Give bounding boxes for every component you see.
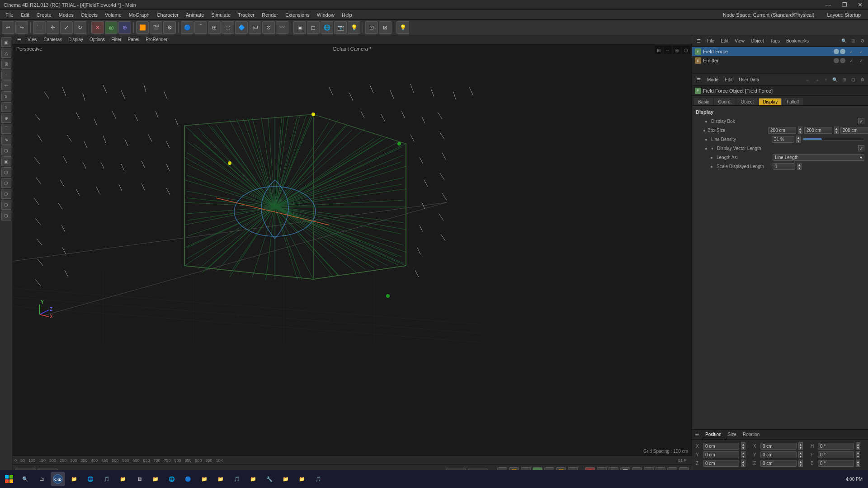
vp-menu-hamburger[interactable]: ☰ — [14, 37, 24, 42]
tool-circle[interactable]: ⬡ — [1, 211, 11, 221]
menu-volume[interactable]: Volume — [101, 11, 125, 19]
tool-poly-2[interactable]: ⬡ — [1, 145, 11, 155]
taskbar-app14[interactable]: 🎵 — [311, 472, 326, 486]
tool-hex-5[interactable]: ⬡ — [1, 200, 11, 210]
menu-create[interactable]: Create — [33, 11, 55, 19]
position-y-input[interactable] — [703, 451, 739, 458]
pos-y-up[interactable]: ▲ — [741, 451, 745, 455]
sky-button[interactable]: ◻ — [307, 21, 320, 34]
taskbar-app7[interactable]: 📁 — [197, 472, 212, 486]
obj-mgr-bookmarks[interactable]: Bookmarks — [783, 38, 811, 44]
vp-icon-1[interactable]: ⊞ — [655, 46, 663, 54]
tool-curve[interactable]: ⌒ — [1, 124, 11, 134]
menu-window[interactable]: Window — [313, 11, 338, 19]
menu-animate[interactable]: Animate — [182, 11, 208, 19]
box-size-x-down[interactable]: ▼ — [798, 130, 802, 134]
rotation-b-input[interactable] — [818, 460, 854, 467]
display-box-toggle[interactable]: ● — [703, 118, 709, 124]
taskbar-app8[interactable]: 📁 — [213, 472, 228, 486]
scale-length-input[interactable] — [773, 163, 795, 170]
props-icon-1[interactable]: 🔍 — [831, 76, 839, 84]
obj-mgr-filter[interactable]: ⊞ — [849, 37, 857, 45]
redo-button[interactable]: ↪ — [15, 21, 28, 34]
pos-y-down[interactable]: ▼ — [741, 455, 745, 458]
menu-render[interactable]: Render — [258, 11, 282, 19]
tool-camera[interactable]: ⊕ — [1, 113, 11, 123]
taskbar-app12[interactable]: 📁 — [278, 472, 293, 486]
tool-hex-3[interactable]: ⬡ — [1, 178, 11, 188]
tab-coord[interactable]: Coord. — [714, 98, 736, 105]
spline-button[interactable]: ⌒ — [194, 21, 207, 34]
vp-menu-cameras[interactable]: Cameras — [41, 37, 65, 42]
taskbar-app4[interactable]: 📁 — [148, 472, 163, 486]
vp-menu-display[interactable]: Display — [66, 37, 86, 42]
live-selection-button[interactable]: ⬛ — [33, 21, 46, 34]
taskbar-taskview[interactable]: 🗂 — [34, 472, 49, 486]
menu-file[interactable]: File — [2, 11, 17, 19]
rot-b-down[interactable]: ▼ — [856, 463, 860, 467]
rot-b-up[interactable]: ▲ — [856, 460, 860, 463]
pos-z-down[interactable]: ▼ — [741, 463, 745, 467]
tab-object[interactable]: Object — [736, 98, 758, 105]
viewport[interactable]: Z X Y Perspective Default Camera * Grid … — [13, 44, 692, 455]
rotation-p-input[interactable] — [818, 451, 854, 458]
taskbar-explorer[interactable]: 📁 — [67, 472, 81, 486]
taskbar-app6[interactable]: 🔵 — [181, 472, 195, 486]
field-force-vis-render[interactable] — [840, 49, 845, 54]
length-as-dropdown[interactable]: Line Length ▾ — [773, 154, 864, 161]
scale-length-up[interactable]: ▲ — [797, 163, 802, 166]
emitter-check-1[interactable]: ✓ — [847, 56, 855, 65]
emitter-check-2[interactable]: ✓ — [857, 56, 865, 65]
tool-paint[interactable]: ✏ — [1, 80, 11, 90]
effector-button[interactable]: ⊙ — [262, 21, 275, 34]
obj-mgr-search[interactable]: 🔍 — [840, 37, 848, 45]
menu-objects[interactable]: Objects — [77, 11, 101, 19]
menu-simulate[interactable]: Simulate — [208, 11, 234, 19]
line-density-toggle[interactable]: ● — [703, 136, 709, 142]
attr-tab-size[interactable]: Size — [725, 431, 739, 438]
taskbar-app5[interactable]: 🌐 — [165, 472, 179, 486]
world-axis-button[interactable]: ◎ — [105, 21, 118, 34]
emitter-vis-render[interactable] — [840, 58, 845, 63]
scale-length-down[interactable]: ▼ — [797, 166, 802, 170]
tab-display[interactable]: Display — [759, 98, 782, 105]
box-size-x-up[interactable]: ▲ — [798, 127, 802, 130]
taskbar-app13[interactable]: 📁 — [295, 472, 309, 486]
box-size-toggle[interactable]: ● — [703, 127, 706, 133]
size-z-down[interactable]: ▼ — [798, 463, 803, 467]
menu-help[interactable]: Help — [338, 11, 356, 19]
size-z-up[interactable]: ▲ — [798, 460, 803, 463]
vp-menu-panel[interactable]: Panel — [125, 37, 142, 42]
box-size-y-up[interactable]: ▲ — [834, 127, 839, 130]
display-box-checkbox[interactable] — [858, 118, 864, 124]
taskbar-c4d[interactable]: C4D — [51, 472, 65, 486]
box-size-y-down[interactable]: ▼ — [834, 130, 839, 134]
obj-mgr-hamburger[interactable]: ☰ — [694, 38, 703, 44]
props-icon-4[interactable]: ⚙ — [858, 76, 866, 84]
taskbar-app2[interactable]: 📁 — [116, 472, 130, 486]
object-row-emitter[interactable]: E Emitter ✓ ✓ — [692, 56, 868, 65]
env-button[interactable]: 🌐 — [321, 21, 333, 34]
menu-tracker[interactable]: Tracker — [234, 11, 258, 19]
position-x-input[interactable] — [703, 443, 739, 450]
pos-x-down[interactable]: ▼ — [741, 446, 745, 450]
size-y-input[interactable] — [760, 451, 797, 458]
tool-edge[interactable]: ⊞ — [1, 59, 11, 69]
display-vector-toggle[interactable]: ● — [703, 145, 709, 151]
field-force-check-2[interactable]: ✓ — [857, 47, 865, 56]
maximize-button[interactable]: ❐ — [836, 0, 852, 10]
obj-mgr-edit[interactable]: Edit — [718, 38, 731, 44]
tool-hex-2[interactable]: ⬡ — [1, 167, 11, 177]
size-y-down[interactable]: ▼ — [798, 455, 803, 458]
rot-h-up[interactable]: ▲ — [856, 442, 860, 446]
menu-mograph[interactable]: MoGraph — [125, 11, 153, 19]
obj-mgr-tags[interactable]: Tags — [768, 38, 783, 44]
line-density-input[interactable] — [772, 136, 794, 143]
size-x-down[interactable]: ▼ — [798, 446, 803, 450]
obj-mgr-view[interactable]: View — [732, 38, 747, 44]
attr-hamburger[interactable]: ☰ — [695, 432, 699, 437]
size-x-up[interactable]: ▲ — [798, 442, 803, 446]
pos-x-up[interactable]: ▲ — [741, 442, 745, 446]
taskbar-app3[interactable]: 🖥 — [132, 472, 146, 486]
size-z-input[interactable] — [760, 460, 797, 467]
